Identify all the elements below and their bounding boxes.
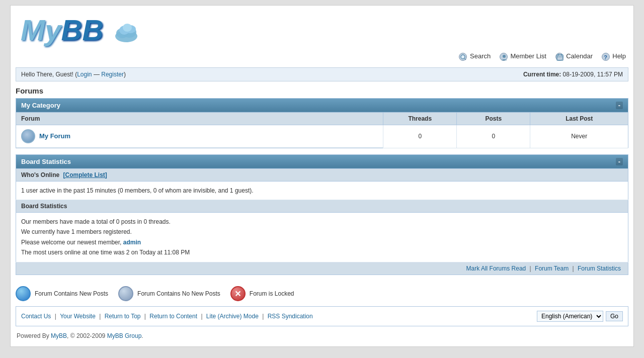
legend: Forum Contains New Posts Forum Contains … (16, 281, 628, 306)
nav-bar: Search Member List Calendar ? Help (21, 50, 628, 65)
board-stats-header: Board Statistics - (16, 154, 628, 168)
whos-online-subheader: Who's Online [Complete List] (16, 168, 628, 181)
forum-threads: 0 (383, 125, 457, 148)
stats-line4: The most users online at one time was 2 … (21, 249, 190, 256)
new-posts-icon (16, 286, 31, 301)
board-stats-collapse-icon[interactable]: - (616, 158, 623, 165)
return-to-top-link[interactable]: Return to Top (105, 313, 141, 320)
stats-line1: Our members have made a total of 0 posts… (21, 218, 171, 225)
col-posts: Posts (457, 112, 530, 125)
search-nav-icon (459, 53, 467, 61)
powered-by-period: . (141, 332, 143, 339)
go-button[interactable]: Go (606, 311, 623, 321)
logo[interactable]: MyBB (21, 16, 139, 50)
memberlist-nav-icon (500, 53, 508, 61)
svg-point-8 (503, 55, 506, 58)
help-nav-icon: ? (602, 53, 610, 61)
stats-footer: Mark All Forums Read | Forum Team | Foru… (16, 262, 628, 275)
svg-rect-9 (557, 55, 563, 60)
powered-by-prefix: Powered By (17, 332, 51, 339)
col-forum: Forum (16, 112, 383, 125)
svg-point-5 (123, 24, 132, 32)
memberlist-link[interactable]: Member List (510, 52, 546, 60)
category-collapse-icon[interactable]: - (616, 102, 623, 109)
logo-bb: BB (61, 14, 104, 46)
forum-team-link[interactable]: Forum Team (535, 265, 569, 272)
search-link[interactable]: Search (470, 52, 491, 60)
welcome-end: ) (124, 71, 126, 78)
locked-icon: ✕ (230, 286, 246, 301)
stats-line3-prefix: Please welcome our newest member, (21, 239, 123, 246)
page-title: Forums (16, 81, 628, 98)
login-link[interactable]: Login (77, 71, 92, 78)
powered-by: Powered By MyBB, © 2002-2009 MyBB Group. (16, 330, 628, 341)
footer-links: Contact Us | Your Website | Return to To… (21, 313, 313, 320)
welcome-sep: — (92, 71, 102, 78)
return-to-content-link[interactable]: Return to Content (149, 313, 197, 320)
calendar-nav-icon (555, 53, 564, 61)
footer-bar: Contact Us | Your Website | Return to To… (16, 306, 628, 326)
logo-cloud-icon (113, 22, 139, 45)
category-name: My Category (21, 102, 60, 109)
help-link[interactable]: Help (612, 52, 626, 60)
contact-us-link[interactable]: Contact Us (21, 313, 51, 320)
new-posts-label: Forum Contains New Posts (35, 290, 108, 297)
forum-statistics-link[interactable]: Forum Statistics (578, 265, 621, 272)
mark-all-read-link[interactable]: Mark All Forums Read (466, 265, 526, 272)
stats-content: Our members have made a total of 0 posts… (16, 213, 628, 262)
board-stats-title: Board Statistics (21, 158, 71, 165)
forum-posts: 0 (457, 125, 530, 148)
logo-my: My (21, 14, 61, 46)
legend-locked: ✕ Forum is Locked (230, 286, 294, 301)
board-stats-subheader: Board Statistics (16, 200, 628, 213)
category-header: My Category - (16, 98, 628, 112)
lite-archive-link[interactable]: Lite (Archive) Mode (206, 313, 259, 320)
register-link[interactable]: Register (101, 71, 124, 78)
footer-language: English (American) Go (537, 311, 623, 322)
svg-line-7 (465, 58, 466, 60)
col-threads: Threads (383, 112, 457, 125)
col-last-post: Last Post (530, 112, 628, 125)
no-new-posts-icon (118, 286, 133, 301)
mybb-link[interactable]: MyBB (51, 332, 67, 339)
current-time-value: 08-19-2009, 11:57 PM (563, 71, 623, 78)
powered-by-suffix: , © 2002-2009 (67, 332, 107, 339)
whos-online-label: Who's Online (21, 171, 59, 178)
column-headers: Forum Threads Posts Last Post (16, 112, 628, 125)
online-text: 1 user active in the past 15 minutes (0 … (16, 181, 628, 200)
footer-sep3: | (144, 313, 147, 320)
legend-new-posts: Forum Contains New Posts (16, 286, 108, 301)
legend-no-new-posts: Forum Contains No New Posts (118, 286, 220, 301)
forum-status-icon (21, 129, 35, 143)
welcome-bar: Hello There, Guest! (Login — Register) C… (16, 67, 628, 81)
forum-row: My Forum 0 0 Never (16, 125, 628, 148)
welcome-greeting: Hello There, Guest! ( (21, 71, 77, 78)
current-time-label: Current time: (523, 71, 561, 78)
sep1: | (530, 265, 533, 272)
board-stats-table: Board Statistics - Who's Online [Complet… (16, 154, 628, 275)
calendar-link[interactable]: Calendar (566, 52, 593, 60)
footer-sep1: | (55, 313, 58, 320)
category-table: My Category - Forum Threads Posts Last P… (16, 98, 628, 148)
newest-member-link[interactable]: admin (123, 239, 141, 246)
forum-name-link[interactable]: My Forum (39, 132, 70, 140)
stats-line2: We currently have 1 members registered. (21, 228, 132, 235)
locked-label: Forum is Locked (250, 290, 294, 297)
forum-last-post: Never (530, 125, 628, 148)
footer-sep2: | (99, 313, 102, 320)
forum-name-cell: My Forum (16, 125, 383, 148)
language-select[interactable]: English (American) (537, 311, 603, 322)
footer-sep5: | (262, 313, 265, 320)
mybb-group-link[interactable]: MyBB Group (107, 332, 142, 339)
header: MyBB Search (16, 11, 628, 67)
no-new-posts-label: Forum Contains No New Posts (137, 290, 220, 297)
svg-point-6 (461, 55, 465, 59)
footer-sep4: | (201, 313, 204, 320)
sep2: | (573, 265, 576, 272)
your-website-link[interactable]: Your Website (60, 313, 96, 320)
complete-list-link[interactable]: [Complete List] (63, 171, 107, 178)
rss-link[interactable]: RSS Syndication (268, 313, 313, 320)
